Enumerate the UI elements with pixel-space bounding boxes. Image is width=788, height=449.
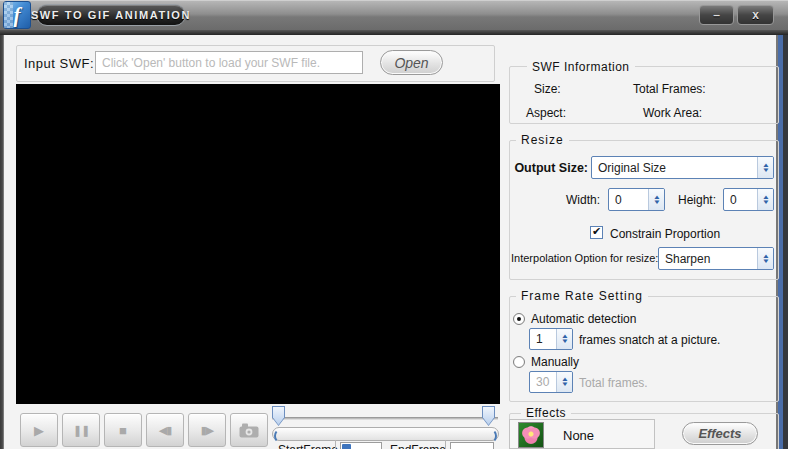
transparency-checker: [4, 2, 13, 28]
spinner-arrows-icon[interactable]: ▲ ▼: [757, 189, 773, 210]
pause-icon: ❚❚: [73, 424, 89, 437]
interpolation-select[interactable]: Sharpen ▲ ▼: [658, 247, 774, 270]
work-area-label: Work Area:: [643, 106, 702, 120]
output-size-select[interactable]: Original Size ▲ ▼: [591, 156, 774, 179]
start-frame-spinner[interactable]: [342, 444, 351, 449]
frame-rate-title: Frame Rate Setting: [516, 289, 648, 303]
swf-information-title: SWF Information: [527, 60, 635, 74]
window-left-border: [0, 35, 4, 449]
swf-preview-area[interactable]: [16, 84, 500, 404]
height-stepper[interactable]: 0 ▲ ▼: [723, 188, 774, 211]
dropdown-arrows-icon[interactable]: ▲ ▼: [757, 248, 773, 269]
minimize-icon: –: [713, 8, 720, 22]
effects-button[interactable]: Effects: [682, 422, 758, 445]
play-icon: ▶: [34, 423, 44, 438]
capture-button[interactable]: [230, 413, 268, 447]
range-end-thumb[interactable]: [482, 406, 495, 426]
width-stepper[interactable]: 0 ▲ ▼: [608, 188, 665, 211]
end-frame-input[interactable]: [450, 442, 494, 449]
total-frames-stepper[interactable]: 30 ▲ ▼: [529, 371, 573, 393]
effect-thumbnail: [518, 422, 544, 448]
frame-range-track[interactable]: [272, 417, 498, 420]
manually-label: Manually: [531, 355, 579, 369]
stop-button[interactable]: ■: [104, 413, 142, 447]
pause-button[interactable]: ❚❚: [62, 413, 100, 447]
flash-f-glyph: f: [14, 3, 21, 28]
step-forward-button[interactable]: ▮▶: [188, 413, 226, 447]
frames-snatch-suffix: frames snatch at a picture.: [579, 333, 720, 347]
step-forward-icon: ▮▶: [201, 424, 214, 437]
spin-down-icon: ▼: [560, 382, 568, 387]
close-button[interactable]: x: [737, 5, 774, 25]
height-label: Height:: [678, 193, 716, 207]
start-frame-input[interactable]: [340, 442, 382, 449]
resize-title: Resize: [516, 133, 569, 147]
constrain-proportion-label: Constrain Proportion: [610, 227, 720, 241]
end-frame-label: EndFrame: [390, 443, 446, 449]
spinner-arrows-icon[interactable]: ▲ ▼: [648, 189, 664, 210]
automatic-detection-label: Automatic detection: [531, 312, 636, 326]
output-size-value: Original Size: [592, 161, 757, 175]
constrain-proportion-checkbox[interactable]: ✔: [590, 226, 603, 239]
effects-title: Effects: [521, 406, 571, 420]
start-frame-label: StartFrame: [278, 443, 338, 449]
dropdown-arrows-icon[interactable]: ▲ ▼: [757, 157, 773, 178]
aspect-label: Aspect:: [526, 106, 566, 120]
playback-progress-bar[interactable]: [272, 427, 499, 441]
output-size-label: Output Size:: [510, 161, 588, 175]
checkmark-icon: ✔: [592, 226, 601, 237]
spinner-arrows-icon[interactable]: ▲ ▼: [556, 329, 572, 349]
effects-button-label: Effects: [698, 426, 741, 441]
separator: [335, 440, 336, 449]
size-label: Size:: [534, 82, 561, 96]
step-back-button[interactable]: ◀▮: [146, 413, 184, 447]
minimize-button[interactable]: –: [699, 5, 734, 25]
app-window: f SWF TO GIF ANIMATION – x Input SWF: Op…: [0, 0, 788, 449]
spin-down-icon: ▼: [761, 200, 769, 205]
play-button[interactable]: ▶: [20, 413, 58, 447]
frames-snatch-value: 1: [530, 332, 556, 346]
total-frames-label: Total Frames:: [633, 82, 706, 96]
swf-path-input[interactable]: [95, 51, 363, 74]
total-frames-suffix: Total frames.: [579, 376, 648, 390]
spin-down-icon: ▼: [761, 168, 769, 173]
manually-radio[interactable]: [513, 356, 525, 368]
camera-icon: [239, 423, 259, 438]
spinner-arrows-icon[interactable]: ▲ ▼: [556, 372, 572, 392]
spin-down-icon: ▼: [761, 259, 769, 264]
close-icon: x: [752, 8, 759, 22]
separator: [445, 440, 446, 449]
stop-icon: ■: [119, 423, 127, 438]
window-title: SWF TO GIF ANIMATION: [31, 9, 191, 21]
interpolation-label: Interpolation Option for resize:: [511, 252, 658, 264]
frames-snatch-stepper[interactable]: 1 ▲ ▼: [529, 328, 573, 350]
automatic-detection-radio[interactable]: [513, 313, 525, 325]
width-value: 0: [609, 193, 648, 207]
total-frames-value: 30: [530, 375, 556, 389]
input-swf-label: Input SWF:: [24, 56, 94, 71]
titlebar-separator: [0, 30, 788, 35]
effect-current-value: None: [563, 428, 594, 443]
range-start-thumb[interactable]: [272, 406, 285, 426]
open-button-label: Open: [394, 55, 428, 71]
open-button[interactable]: Open: [380, 50, 443, 75]
spin-down-icon: ▼: [652, 200, 660, 205]
step-back-icon: ◀▮: [159, 424, 172, 437]
flash-app-icon: f: [3, 1, 31, 29]
interpolation-value: Sharpen: [659, 252, 757, 266]
width-label: Width:: [566, 193, 600, 207]
height-value: 0: [724, 193, 757, 207]
spin-down-icon: ▼: [560, 339, 568, 344]
title-pill: SWF TO GIF ANIMATION: [36, 4, 186, 26]
